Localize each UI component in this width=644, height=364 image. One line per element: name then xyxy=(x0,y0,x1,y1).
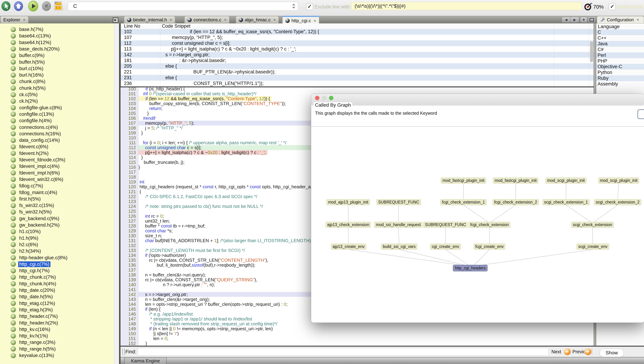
tab-scroll-right-button[interactable]: ▶ xyxy=(570,17,579,23)
graph-node-scgi_check_extension_2[interactable]: scgi_check_extension_2 xyxy=(594,199,642,205)
collapse-panel-icon[interactable] xyxy=(113,18,118,23)
find-input[interactable] xyxy=(138,348,549,355)
engine-tab[interactable]: Karma Engine xyxy=(124,357,166,364)
file-item[interactable]: fdevent.h(2%) xyxy=(0,150,119,157)
tab-algo_hmac.c[interactable]: algo_hmac.c× xyxy=(236,16,279,23)
graph-node-fcgi_check_extension_2[interactable]: fcgi_check_extension_2 xyxy=(492,199,539,205)
language-row[interactable]: Ruby xyxy=(596,75,644,81)
tab-http_cgi.c[interactable]: http_cgi.c× xyxy=(282,16,319,25)
graph-node-scgi_create_env[interactable]: scgi_create_env xyxy=(576,244,609,250)
language-row[interactable]: Python xyxy=(596,70,644,75)
file-item[interactable]: fdevent_impl.h(6%) xyxy=(0,170,119,176)
language-row[interactable]: Java xyxy=(596,41,644,47)
table-row[interactable]: 236CONST_STR_LEN("HTTP/1.1"));94 xyxy=(121,81,594,86)
language-row[interactable]: PHP xyxy=(596,58,644,64)
col-line-no[interactable]: Line No xyxy=(124,24,140,29)
file-item[interactable]: buffer.c(9%) xyxy=(0,52,119,59)
graph-node-fcgi_create_env[interactable]: fcgi_create_env xyxy=(474,244,505,250)
tab-scroll-left-button[interactable]: ◀ xyxy=(562,17,570,23)
graph-node-mod_fastcgi_plugin_init[interactable]: mod_fastcgi_plugin_init xyxy=(441,177,486,184)
sidebar-divider[interactable] xyxy=(119,24,120,364)
tab-list-dropdown-button[interactable]: ▼ xyxy=(580,17,588,23)
file-item[interactable]: fdevent_fdnode.c(3%) xyxy=(0,157,119,163)
language-row[interactable]: Objective-C xyxy=(596,64,644,70)
table-row[interactable]: 102if (len == 12 && buffer_eq_icase_ssn(… xyxy=(121,29,594,35)
file-item[interactable]: h1.h(9%) xyxy=(0,235,119,241)
file-item[interactable]: http_range.h(5%) xyxy=(0,346,119,352)
language-row[interactable]: Assembly xyxy=(596,81,644,87)
file-item[interactable]: configfile-glue.c(8%) xyxy=(0,105,119,111)
graph-node-ajp13_create_env[interactable]: ajp13_create_env xyxy=(331,244,366,250)
file-item[interactable]: fdevent_win32.c(6%) xyxy=(0,176,119,183)
graph-node-mod_fastcgi_plugin_init[interactable]: mod_fastcgi_plugin_init xyxy=(493,177,538,184)
graph-node-mod_scgi_plugin_init[interactable]: mod_scgi_plugin_init xyxy=(598,177,639,184)
table-row[interactable]: 113p[j++] = light_isalpha(c) ? c & ~0x20… xyxy=(121,46,594,52)
file-item[interactable]: http_cgi.c(7%) xyxy=(0,261,119,268)
file-item[interactable]: h2.h(34%) xyxy=(0,248,119,254)
file-item[interactable]: fdevent_impl.c(4%) xyxy=(0,163,119,169)
file-item[interactable]: fdevent.c(6%) xyxy=(0,143,119,150)
graph-node-scgi_check_extension[interactable]: scgi_check_extension xyxy=(571,222,614,228)
graph-node-http_cgi_headers[interactable]: http_cgi_headers xyxy=(453,265,488,271)
file-item[interactable]: buffer.h(5%) xyxy=(0,59,119,65)
file-item[interactable]: http_range.c(3%) xyxy=(0,339,119,346)
graph-node-SUBREQUEST_FUNC[interactable]: SUBREQUEST_FUNC xyxy=(423,222,468,228)
file-item[interactable]: base_decls.h(20%) xyxy=(0,46,119,52)
file-item[interactable]: ck.c(5%) xyxy=(0,91,119,98)
table-row[interactable]: 107memcpy(p, "HTTP_", 5);70 xyxy=(121,35,594,40)
col-code-snippet[interactable]: Code Snippet xyxy=(162,24,190,29)
language-row[interactable]: C++ xyxy=(596,35,644,41)
graph-node-build_ssi_cgi_vars[interactable]: build_ssi_cgi_vars xyxy=(381,244,417,250)
file-item[interactable]: burl.c(10%) xyxy=(0,65,119,72)
file-item[interactable]: chunk.c(8%) xyxy=(0,78,119,85)
table-row[interactable]: 221BUF_PTR_LEN(&r->physical.basedir));70 xyxy=(121,69,594,75)
file-item[interactable]: connections.h(16%) xyxy=(0,131,119,137)
explorer-scrollbar[interactable] xyxy=(114,24,119,364)
drag-grip-icon[interactable] xyxy=(122,348,125,355)
language-row[interactable]: Perl xyxy=(596,53,644,58)
file-item[interactable]: h1.c(10%) xyxy=(0,228,119,235)
graph-node-fcgi_check_extension_1[interactable]: fcgi_check_extension_1 xyxy=(440,199,487,205)
file-item[interactable]: http_date.c(20%) xyxy=(0,287,119,294)
table-scrollbar-thumb[interactable] xyxy=(590,41,593,62)
file-item[interactable]: configfile.c(13%) xyxy=(0,111,119,117)
show-button[interactable]: Show xyxy=(600,349,624,357)
file-item[interactable]: chunk.h(5%) xyxy=(0,85,119,91)
next-arrow-icon[interactable] xyxy=(564,348,571,355)
close-icon[interactable]: × xyxy=(273,17,276,22)
graph-node-mod_ajp13_plugin_init[interactable]: mod_ajp13_plugin_init xyxy=(326,199,370,205)
folder-icon[interactable] xyxy=(54,1,64,12)
file-item[interactable]: http_date.h(5%) xyxy=(0,294,119,300)
cursor-icon[interactable] xyxy=(2,1,10,11)
file-item[interactable]: ck.h(2%) xyxy=(0,98,119,104)
file-item[interactable]: http_etag.c(12%) xyxy=(0,300,119,307)
file-item[interactable]: fdlog.c(7%) xyxy=(0,183,119,189)
table-row[interactable]: 112const unsigned char c = s[i];77 xyxy=(121,40,594,46)
graph-node-cgi_create_env[interactable]: cgi_create_env xyxy=(430,244,461,250)
table-row[interactable]: 231else {70 xyxy=(121,75,594,81)
file-item[interactable]: keyvalue.c(13%) xyxy=(0,352,119,359)
file-item[interactable]: gw_backend.c(9%) xyxy=(0,215,119,222)
graph-node-ajp13_check_extension[interactable]: ajp13_check_extension xyxy=(326,222,371,228)
maximize-panel-button[interactable] xyxy=(588,17,596,23)
graph-node-scgi_check_extension_1[interactable]: scgi_check_extension_1 xyxy=(542,199,590,205)
code-line[interactable]: 151len = 0; xyxy=(120,336,594,341)
file-item[interactable]: burl.h(16%) xyxy=(0,72,119,78)
exclude-checkbox[interactable]: ✓ xyxy=(306,3,313,10)
code-line[interactable]: 152} xyxy=(120,341,594,346)
language-row[interactable]: C xyxy=(596,29,644,35)
select-stepper-icon[interactable] xyxy=(292,3,296,9)
file-item[interactable]: fs_win32.h(5%) xyxy=(0,209,119,215)
tab-explorer[interactable]: Explorer × xyxy=(0,16,28,23)
play-button[interactable] xyxy=(29,1,38,11)
close-icon[interactable]: × xyxy=(314,18,316,23)
tab-binder_internal.h[interactable]: binder_internal.h× xyxy=(124,16,175,23)
tab-connections.c[interactable]: connections.c× xyxy=(184,16,230,23)
close-icon[interactable]: × xyxy=(23,17,26,22)
language-filter-select[interactable]: C xyxy=(68,2,298,11)
file-item[interactable]: fdlog_maint.c(4%) xyxy=(0,189,119,196)
file-item[interactable]: http-header-glue.c(8%) xyxy=(0,255,119,261)
file-item[interactable]: configfile.h(4%) xyxy=(0,117,119,124)
file-item[interactable]: base64.h(12%) xyxy=(0,39,119,46)
graph-node-mod_scgi_plugin_init[interactable]: mod_scgi_plugin_init xyxy=(546,177,586,184)
